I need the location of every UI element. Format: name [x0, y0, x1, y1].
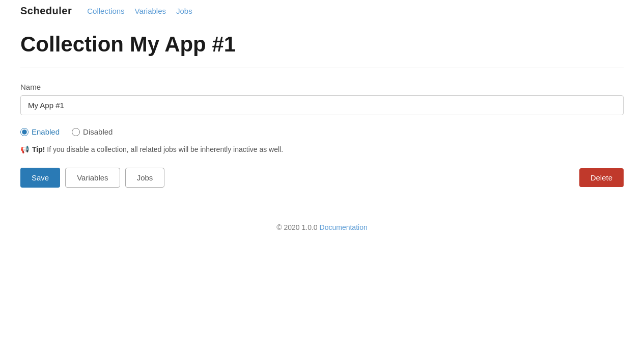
- enabled-radio-label[interactable]: Enabled: [20, 127, 60, 136]
- buttons-row: Save Variables Jobs Delete: [20, 168, 624, 188]
- nav-link-jobs[interactable]: Jobs: [176, 7, 192, 15]
- nav-link-collections[interactable]: Collections: [87, 7, 124, 15]
- status-radio-group: Enabled Disabled: [20, 127, 624, 136]
- footer: © 2020 1.0.0 Documentation: [0, 208, 644, 242]
- delete-button[interactable]: Delete: [579, 168, 624, 187]
- enabled-radio[interactable]: [20, 128, 29, 136]
- divider: [20, 67, 624, 67]
- jobs-button[interactable]: Jobs: [125, 168, 165, 188]
- name-label: Name: [20, 83, 624, 91]
- brand-logo: Scheduler: [20, 5, 72, 17]
- tip-text: If you disable a collection, all related…: [47, 145, 283, 153]
- tip-box: 📢 Tip! If you disable a collection, all …: [20, 145, 624, 153]
- enabled-radio-text: Enabled: [32, 127, 60, 136]
- nav-item-variables[interactable]: Variables: [135, 7, 166, 16]
- buttons-left: Save Variables Jobs: [20, 168, 164, 188]
- nav-link-variables[interactable]: Variables: [135, 7, 166, 15]
- name-input[interactable]: [20, 95, 624, 115]
- page-title: Collection My App #1: [20, 32, 624, 57]
- disabled-radio-label[interactable]: Disabled: [72, 127, 113, 136]
- disabled-radio-text: Disabled: [83, 127, 113, 136]
- footer-docs-link[interactable]: Documentation: [320, 223, 368, 231]
- tip-content: Tip! If you disable a collection, all re…: [32, 145, 283, 153]
- nav-links: Collections Variables Jobs: [87, 7, 192, 16]
- nav-item-collections[interactable]: Collections: [87, 7, 124, 16]
- name-form-group: Name: [20, 83, 624, 115]
- disabled-radio[interactable]: [72, 128, 80, 136]
- navbar: Scheduler Collections Variables Jobs: [0, 0, 644, 22]
- footer-copyright: © 2020 1.0.0: [276, 223, 319, 231]
- tip-icon: 📢: [20, 145, 29, 153]
- nav-item-jobs[interactable]: Jobs: [176, 7, 192, 16]
- save-button[interactable]: Save: [20, 168, 60, 188]
- tip-bold-text: Tip!: [32, 145, 45, 153]
- main-content: Collection My App #1 Name Enabled Disabl…: [0, 22, 644, 208]
- variables-button[interactable]: Variables: [65, 168, 120, 188]
